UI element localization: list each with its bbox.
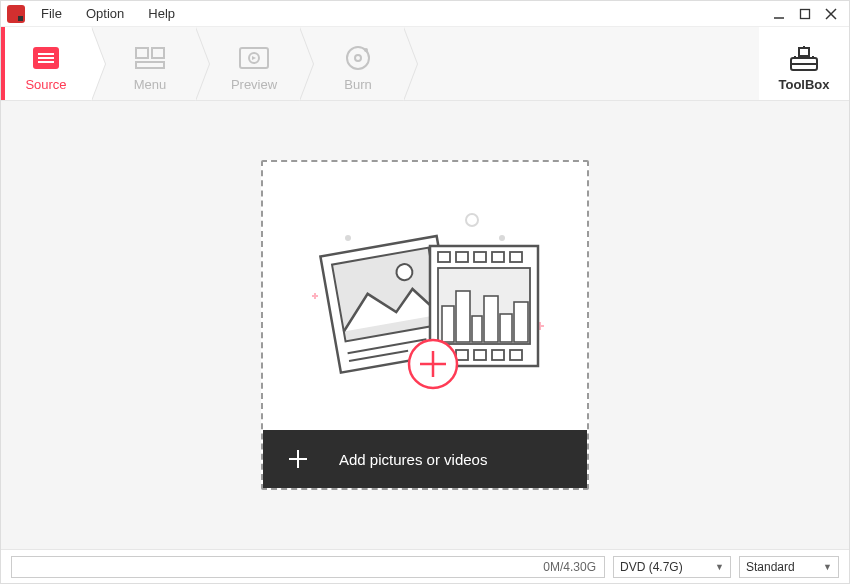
app-window: File Option Help Source: [0, 0, 850, 584]
toolbox-icon: [787, 43, 821, 73]
svg-rect-5: [38, 53, 54, 55]
maximize-icon: [799, 8, 811, 20]
svg-point-24: [466, 214, 478, 226]
step-burn-label: Burn: [344, 77, 371, 92]
step-bar: Source Menu Preview Burn: [1, 27, 849, 101]
step-arrow: [91, 27, 105, 101]
svg-rect-6: [38, 57, 54, 59]
chevron-down-icon: ▼: [823, 562, 832, 572]
add-media-dropzone[interactable]: Add pictures or videos: [261, 160, 589, 490]
quality-select[interactable]: Standard ▼: [739, 556, 839, 578]
svg-rect-46: [484, 296, 498, 342]
status-bar: 0M/4.30G DVD (4.7G) ▼ Standard ▼: [1, 549, 849, 583]
minimize-icon: [773, 8, 785, 20]
dropzone-bar: Add pictures or videos: [263, 430, 587, 488]
step-menu[interactable]: Menu: [105, 27, 195, 100]
svg-rect-43: [442, 306, 454, 342]
menu-help[interactable]: Help: [138, 2, 185, 25]
menu-file[interactable]: File: [31, 2, 72, 25]
maximize-button[interactable]: [797, 6, 813, 22]
minimize-button[interactable]: [771, 6, 787, 22]
step-arrow: [195, 27, 209, 101]
source-icon: [29, 43, 63, 73]
step-source[interactable]: Source: [1, 27, 91, 100]
window-controls: [771, 6, 849, 22]
svg-rect-47: [500, 314, 512, 342]
step-source-label: Source: [25, 77, 66, 92]
svg-rect-44: [456, 291, 470, 342]
step-preview-label: Preview: [231, 77, 277, 92]
menu-option[interactable]: Option: [76, 2, 134, 25]
chevron-down-icon: ▼: [715, 562, 724, 572]
svg-rect-48: [514, 302, 528, 342]
svg-rect-1: [801, 9, 810, 18]
close-button[interactable]: [823, 6, 839, 22]
burn-icon: [341, 43, 375, 73]
quality-value: Standard: [746, 560, 795, 574]
preview-icon: [237, 43, 271, 73]
svg-rect-19: [799, 48, 809, 56]
menu-step-icon: [133, 43, 167, 73]
disc-usage-text: 0M/4.30G: [543, 560, 596, 574]
svg-rect-8: [136, 48, 148, 58]
content-area: Add pictures or videos: [1, 101, 849, 549]
svg-point-23: [345, 235, 351, 241]
svg-rect-9: [152, 48, 164, 58]
menu-bar: File Option Help: [31, 2, 185, 25]
svg-point-15: [355, 55, 361, 61]
step-arrow: [403, 27, 417, 101]
svg-rect-7: [38, 61, 54, 63]
plus-icon: [287, 448, 309, 470]
app-icon: [7, 5, 25, 23]
step-burn[interactable]: Burn: [313, 27, 403, 100]
svg-point-25: [499, 235, 505, 241]
close-icon: [825, 8, 837, 20]
step-arrow: [299, 27, 313, 101]
titlebar: File Option Help: [1, 1, 849, 27]
dropzone-illustration: [263, 162, 587, 430]
svg-marker-13: [252, 56, 256, 60]
svg-rect-45: [472, 316, 482, 342]
toolbox-label: ToolBox: [778, 77, 829, 92]
disc-type-value: DVD (4.7G): [620, 560, 683, 574]
disc-type-select[interactable]: DVD (4.7G) ▼: [613, 556, 731, 578]
svg-point-16: [364, 48, 368, 52]
step-menu-label: Menu: [134, 77, 167, 92]
svg-rect-10: [136, 62, 164, 68]
toolbox-button[interactable]: ToolBox: [759, 27, 849, 100]
dropzone-label: Add pictures or videos: [339, 451, 487, 468]
step-preview[interactable]: Preview: [209, 27, 299, 100]
disc-usage-field: 0M/4.30G: [11, 556, 605, 578]
